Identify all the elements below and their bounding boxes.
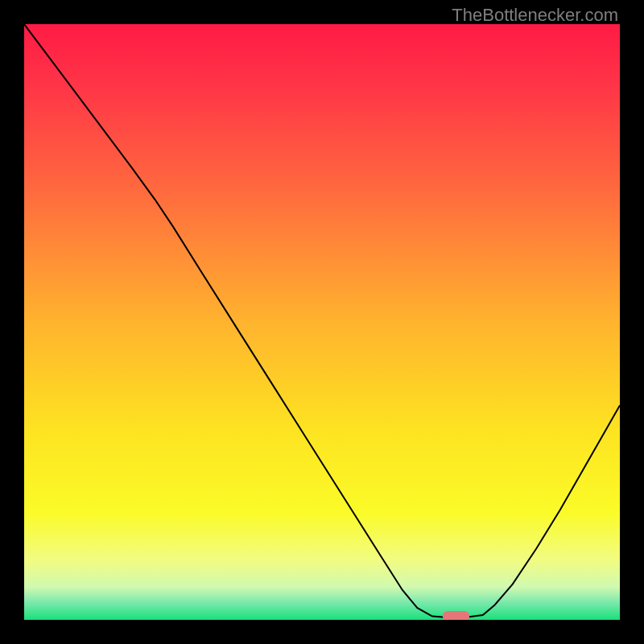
chart-area: [24, 24, 620, 620]
watermark-text: TheBottlenecker.com: [452, 5, 618, 26]
optimal-marker: [443, 611, 469, 620]
gradient-background: [24, 24, 620, 620]
bottleneck-chart: [24, 24, 620, 620]
